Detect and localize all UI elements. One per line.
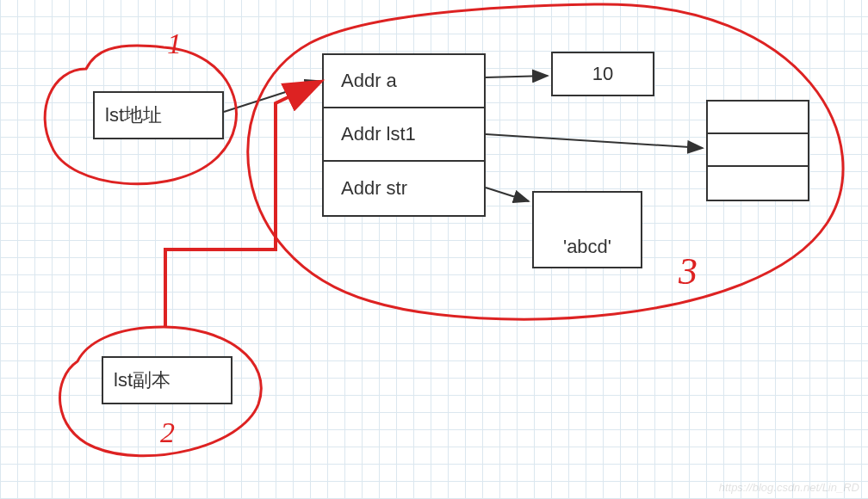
stack-box [706,100,809,201]
box-lst-copy-label: lst副本 [114,367,170,393]
arrow-lst1-to-stack [486,134,703,148]
arrow-str-to-abcd [486,188,529,201]
annotation-2: 2 [160,416,175,449]
annotation-3: 3 [679,250,698,293]
arrow-lst-to-list [224,81,320,112]
arrow-a-to-10 [486,76,548,77]
value-box-abcd-label: 'abcd' [563,236,611,258]
box-lst-addr-label: lst地址 [105,102,162,128]
addr-cell-a: Addr a [324,55,484,108]
watermark: https://blog.csdn.net/Lin_RD [719,481,859,494]
stack-row [708,134,808,167]
addr-cell-lst1: Addr lst1 [324,108,484,162]
value-box-10: 10 [551,52,654,96]
value-box-10-label: 10 [592,63,613,85]
stack-row [708,167,808,200]
stack-row [708,102,808,134]
addr-list: Addr a Addr lst1 Addr str [322,53,486,217]
box-lst-addr: lst地址 [93,91,224,139]
annotation-1: 1 [167,28,182,60]
value-box-abcd: 'abcd' [532,191,642,268]
box-lst-copy: lst副本 [102,356,232,404]
addr-cell-str: Addr str [324,162,484,215]
addr-cell-a-label: Addr a [341,70,397,92]
addr-cell-lst1-label: Addr lst1 [341,123,416,145]
addr-cell-str-label: Addr str [341,177,407,200]
